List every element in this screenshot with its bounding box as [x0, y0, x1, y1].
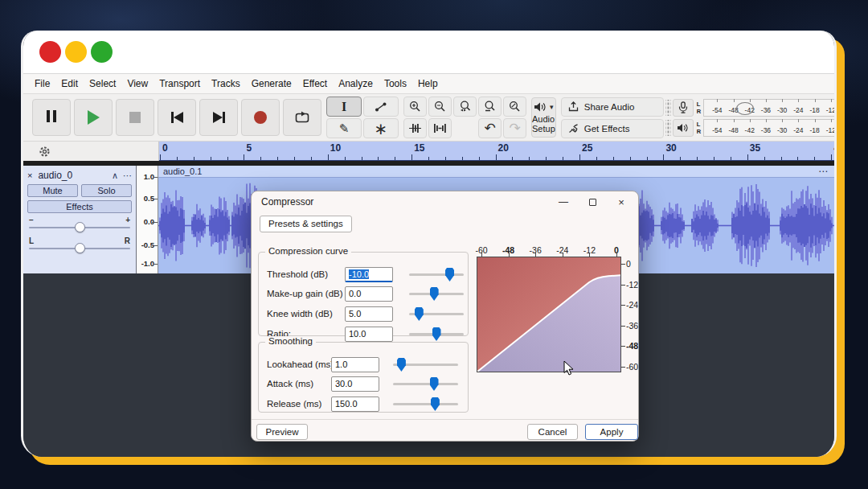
playback-meter-button[interactable]: [673, 119, 694, 137]
solo-button[interactable]: Solo: [81, 184, 132, 197]
parameter-slider[interactable]: [393, 364, 458, 366]
playback-meter-scale[interactable]: -54-48-42-36-30-24-18-12-60: [703, 119, 837, 137]
parameter-slider[interactable]: [409, 273, 464, 276]
zoom-traffic-light[interactable]: [91, 41, 113, 63]
pan-slider[interactable]: L R: [27, 236, 132, 255]
menu-item-tracks[interactable]: Tracks: [206, 78, 246, 89]
curve-plot[interactable]: [477, 257, 621, 372]
parameter-input[interactable]: 0.0: [345, 286, 393, 302]
meter-scale-value: -36: [761, 126, 771, 134]
dialog-title-bar[interactable]: Compressor — ×: [252, 191, 638, 212]
timeline-label: 15: [414, 142, 424, 154]
channel-label-r: R: [697, 108, 701, 115]
timeline-gear-icon[interactable]: [39, 146, 51, 158]
skip-to-end-button[interactable]: [199, 99, 238, 136]
apply-button[interactable]: Apply: [585, 424, 638, 440]
parameter-slider[interactable]: [393, 403, 458, 405]
dialog-minimize-button[interactable]: —: [550, 191, 577, 212]
track-menu-icon[interactable]: ⋯: [123, 171, 132, 181]
title-bar: [23, 31, 834, 74]
clip-header[interactable]: audio_0.1 ⋯: [158, 166, 834, 178]
dialog-close-button[interactable]: ×: [608, 191, 635, 212]
selection-tool-icon: I: [342, 100, 346, 114]
menu-item-tools[interactable]: Tools: [379, 78, 412, 89]
menu-item-generate[interactable]: Generate: [246, 78, 297, 89]
menu-item-file[interactable]: File: [29, 78, 55, 89]
menu-item-view[interactable]: View: [121, 78, 154, 89]
get-effects-button[interactable]: Get Effects: [561, 119, 664, 138]
zoom-toggle-button[interactable]: [503, 97, 526, 117]
zoom-fit-button[interactable]: [478, 97, 502, 117]
draw-tool-button[interactable]: ✎: [326, 118, 362, 138]
selection-tool-button[interactable]: I: [326, 97, 362, 117]
parameter-input[interactable]: -10.0: [345, 267, 393, 282]
effects-button[interactable]: Effects: [27, 200, 132, 213]
loop-button[interactable]: [283, 99, 321, 136]
timeline-tick: [529, 157, 530, 160]
record-meter-scale[interactable]: -54-48-42-36-30-24-18-12-60: [703, 99, 837, 117]
undo-button[interactable]: ↶: [478, 118, 502, 138]
zoom-out-button[interactable]: [428, 97, 452, 117]
pan-slider-thumb[interactable]: [75, 243, 85, 253]
compression-curve-group: Compression curve Threshold (dB)-10.0Mak…: [258, 252, 469, 336]
parameter-slider[interactable]: [409, 313, 464, 315]
slider-thumb[interactable]: [430, 287, 439, 301]
menu-item-effect[interactable]: Effect: [297, 78, 333, 89]
timeline-ruler[interactable]: 0510152025303540: [159, 142, 834, 161]
skip-to-start-button[interactable]: [158, 99, 196, 136]
presets-settings-button[interactable]: Presets & settings: [260, 216, 352, 232]
zoom-selection-button[interactable]: [453, 97, 477, 117]
envelope-tool-button[interactable]: [363, 97, 399, 117]
track-name[interactable]: audio_0: [38, 170, 107, 181]
zoom-in-button[interactable]: [403, 97, 427, 117]
slider-thumb[interactable]: [445, 268, 454, 281]
slider-thumb[interactable]: [430, 377, 439, 391]
audio-setup-button[interactable]: ▾ Audio Setup: [531, 97, 556, 138]
mute-button[interactable]: Mute: [27, 184, 78, 197]
stop-button[interactable]: [116, 99, 154, 136]
record-meter-grip[interactable]: [665, 100, 671, 116]
gain-slider-thumb[interactable]: [75, 222, 85, 232]
close-traffic-light[interactable]: [39, 41, 61, 63]
parameter-input[interactable]: 150.0: [331, 397, 379, 412]
record-meter-button[interactable]: [673, 99, 694, 117]
parameter-input[interactable]: 5.0: [345, 306, 393, 322]
parameter-slider[interactable]: [393, 383, 458, 385]
pause-button[interactable]: [32, 99, 71, 136]
zoom-out-icon: [434, 101, 446, 113]
parameter-input[interactable]: 30.0: [331, 376, 379, 392]
cancel-button[interactable]: Cancel: [527, 424, 578, 440]
slider-thumb[interactable]: [415, 307, 424, 321]
parameter-input[interactable]: 1.0: [331, 357, 379, 372]
menu-item-transport[interactable]: Transport: [154, 78, 206, 89]
multi-tool-button[interactable]: ∗: [363, 118, 399, 138]
parameter-slider[interactable]: [409, 333, 464, 335]
vertical-scale-ruler[interactable]: 1.00.50.0-0.5-1.0: [137, 166, 158, 273]
play-button[interactable]: [74, 99, 113, 136]
redo-button[interactable]: ↷: [503, 118, 526, 138]
slider-thumb[interactable]: [431, 397, 440, 411]
clip-menu-icon[interactable]: ⋯: [818, 166, 828, 177]
record-button[interactable]: [241, 99, 280, 136]
slider-thumb[interactable]: [397, 358, 406, 372]
parameter-input[interactable]: 10.0: [345, 327, 393, 342]
preview-button[interactable]: Preview: [256, 424, 308, 440]
menu-item-analyze[interactable]: Analyze: [333, 78, 379, 89]
minimize-traffic-light[interactable]: [65, 41, 87, 63]
timeline-tick: [613, 157, 614, 160]
dialog-maximize-button[interactable]: [579, 191, 606, 212]
menu-item-select[interactable]: Select: [84, 78, 121, 89]
share-audio-button[interactable]: Share Audio: [561, 97, 664, 117]
trim-audio-button[interactable]: [403, 118, 427, 138]
track-close-button[interactable]: ×: [27, 171, 32, 180]
parameter-slider[interactable]: [409, 293, 464, 295]
zoom-in-icon: [409, 101, 421, 113]
track-collapse-icon[interactable]: ∧: [112, 171, 118, 181]
menu-item-help[interactable]: Help: [412, 78, 444, 89]
gain-slider[interactable]: – +: [27, 215, 132, 234]
menu-item-edit[interactable]: Edit: [55, 78, 84, 89]
timeline-tick: [546, 157, 547, 160]
playback-meter-grip[interactable]: [665, 120, 671, 136]
silence-audio-button[interactable]: [428, 118, 452, 138]
slider-thumb[interactable]: [432, 327, 441, 341]
